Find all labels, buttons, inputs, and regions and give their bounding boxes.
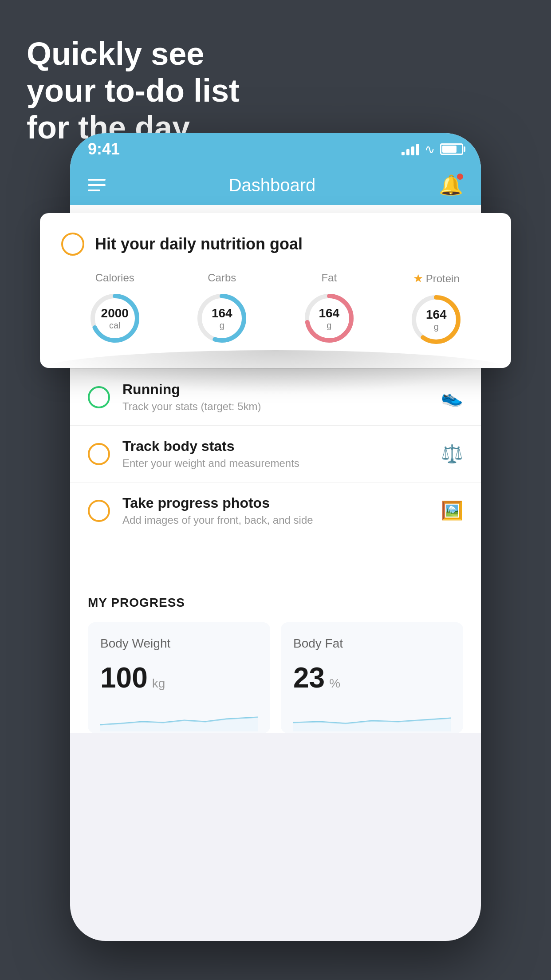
card-title-row: Hit your daily nutrition goal — [61, 233, 490, 256]
card-circle-icon — [61, 233, 84, 256]
wifi-icon: ∿ — [425, 142, 435, 157]
progress-cards: Body Weight 100 kg Body Fat 23 % — [88, 622, 463, 733]
calories-value: 2000 — [101, 307, 129, 320]
todo-sub-progress-photo: Add images of your front, back, and side — [122, 514, 432, 526]
todo-circle-progress-photo — [88, 500, 110, 522]
todo-text-progress-photo: Take progress photos Add images of your … — [122, 495, 432, 526]
notification-badge — [457, 174, 463, 180]
carbs-unit: g — [212, 320, 232, 330]
calories-donut: 2000 cal — [86, 289, 144, 347]
body-weight-unit: kg — [152, 676, 165, 691]
fat-value: 164 — [319, 307, 339, 320]
scale-icon: ⚖️ — [441, 443, 463, 464]
protein-unit: g — [426, 321, 447, 331]
signal-icon — [401, 143, 419, 155]
nutrition-item-carbs: Carbs 164 g — [193, 272, 251, 347]
progress-section: MY PROGRESS Body Weight 100 kg Body Fat — [70, 574, 481, 733]
todo-sub-running: Track your stats (target: 5km) — [122, 400, 432, 413]
running-icon: 👟 — [441, 387, 463, 407]
body-weight-value-row: 100 kg — [100, 661, 258, 694]
body-fat-unit: % — [329, 676, 340, 691]
nav-bar: Dashboard 🔔 — [70, 165, 481, 205]
todo-title-body-stats: Track body stats — [122, 438, 432, 454]
card-shadow — [31, 350, 520, 395]
todo-item-progress-photo[interactable]: Take progress photos Add images of your … — [70, 482, 481, 539]
status-icons: ∿ — [401, 142, 463, 157]
nav-title: Dashboard — [229, 175, 316, 195]
headline-line1: Quickly see — [27, 36, 240, 72]
fat-label: Fat — [321, 272, 337, 284]
protein-label-row: ★ Protein — [413, 272, 460, 285]
body-fat-card: Body Fat 23 % — [281, 622, 463, 733]
body-weight-chart — [100, 705, 258, 731]
todo-circle-running — [88, 386, 110, 408]
todo-sub-body-stats: Enter your weight and measurements — [122, 457, 432, 470]
body-weight-value: 100 — [100, 661, 148, 694]
nutrition-item-protein: ★ Protein 164 g — [407, 272, 465, 348]
calories-unit: cal — [101, 320, 129, 330]
body-fat-title: Body Fat — [293, 636, 451, 651]
protein-label: Protein — [426, 273, 460, 285]
fat-donut: 164 g — [300, 289, 358, 347]
progress-header: MY PROGRESS — [88, 596, 463, 610]
protein-donut: 164 g — [407, 291, 465, 348]
carbs-donut: 164 g — [193, 289, 251, 347]
fat-unit: g — [319, 320, 339, 330]
protein-value: 164 — [426, 308, 447, 322]
carbs-label: Carbs — [208, 272, 236, 284]
menu-button[interactable] — [88, 179, 106, 191]
nutrition-item-calories: Calories 2000 cal — [86, 272, 144, 347]
todo-item-body-stats[interactable]: Track body stats Enter your weight and m… — [70, 425, 481, 482]
battery-icon — [440, 143, 463, 155]
carbs-value: 164 — [212, 307, 232, 320]
calories-label: Calories — [95, 272, 134, 284]
body-fat-value-row: 23 % — [293, 661, 451, 694]
body-weight-card: Body Weight 100 kg — [88, 622, 270, 733]
star-icon: ★ — [413, 272, 423, 285]
headline: Quickly see your to-do list for the day. — [27, 36, 240, 146]
todo-title-progress-photo: Take progress photos — [122, 495, 432, 511]
notification-button[interactable]: 🔔 — [439, 174, 463, 197]
status-time: 9:41 — [88, 140, 120, 158]
status-bar: 9:41 ∿ — [70, 133, 481, 165]
nutrition-circles: Calories 2000 cal Carbs — [61, 272, 490, 348]
card-title: Hit your daily nutrition goal — [95, 235, 303, 253]
body-fat-chart — [293, 705, 451, 731]
nutrition-item-fat: Fat 164 g — [300, 272, 358, 347]
todo-text-body-stats: Track body stats Enter your weight and m… — [122, 438, 432, 470]
headline-line2: your to-do list — [27, 72, 240, 109]
body-fat-value: 23 — [293, 661, 325, 694]
nutrition-card: Hit your daily nutrition goal Calories 2… — [40, 213, 511, 368]
todo-circle-body-stats — [88, 443, 110, 465]
photo-icon: 🖼️ — [441, 500, 463, 521]
body-weight-title: Body Weight — [100, 636, 258, 651]
